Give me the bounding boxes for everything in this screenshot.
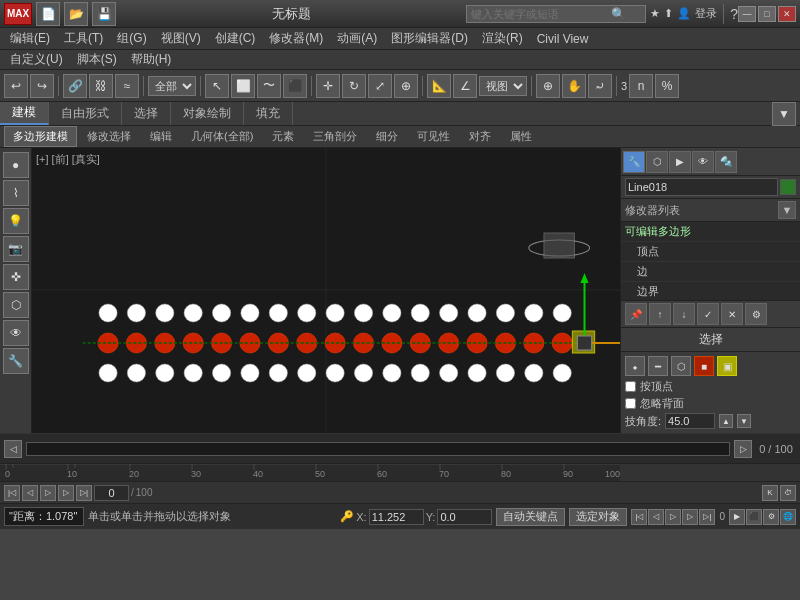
sel-edge-btn[interactable]: ━ — [648, 356, 668, 376]
mod-vertex[interactable]: 顶点 — [621, 242, 800, 262]
subtab-triangle[interactable]: 三角剖分 — [304, 126, 366, 147]
mod-move-up-btn[interactable]: ↑ — [649, 303, 671, 325]
create-shape-btn[interactable]: ⌇ — [3, 180, 29, 206]
y-input[interactable] — [437, 509, 492, 525]
menu-edit[interactable]: 编辑(E) — [4, 28, 56, 49]
subtab-properties[interactable]: 属性 — [501, 126, 541, 147]
mod-border[interactable]: 边界 — [621, 282, 800, 300]
select-btn[interactable]: ↖ — [205, 74, 229, 98]
unlink-btn[interactable]: ⛓ — [89, 74, 113, 98]
maximize-btn[interactable]: □ — [758, 6, 776, 22]
display-icon-btn[interactable]: 👁 — [692, 151, 714, 173]
angle-snap-btn[interactable]: ∠ — [453, 74, 477, 98]
mod-edge[interactable]: 边 — [621, 262, 800, 282]
render-btn[interactable]: ▶ — [729, 509, 745, 525]
create-helper-btn[interactable]: ✜ — [3, 264, 29, 290]
search-bar[interactable]: 🔍 — [466, 5, 646, 23]
playback-next-frame-btn[interactable]: ▷ — [58, 485, 74, 501]
units-btn[interactable]: n — [629, 74, 653, 98]
subtab-align[interactable]: 对齐 — [460, 126, 500, 147]
redo-btn[interactable]: ↪ — [30, 74, 54, 98]
new-file-btn[interactable]: 📄 — [36, 2, 60, 26]
minimize-btn[interactable]: — — [738, 6, 756, 22]
nav-play-btn[interactable]: ▷ — [665, 509, 681, 525]
sel-poly-btn[interactable]: ■ — [694, 356, 714, 376]
x-input[interactable] — [369, 509, 424, 525]
timeline-next-btn[interactable]: ▷ — [734, 440, 752, 458]
utilities-icon-btn[interactable]: 🔩 — [715, 151, 737, 173]
render-settings-btn[interactable]: ⚙ — [763, 509, 779, 525]
menu-modifier[interactable]: 修改器(M) — [263, 28, 329, 49]
subtab-visible[interactable]: 可见性 — [408, 126, 459, 147]
tab-freeform[interactable]: 自由形式 — [49, 102, 122, 125]
select-region-btn[interactable]: ⬜ — [231, 74, 255, 98]
ignore-backface-checkbox[interactable] — [625, 398, 636, 409]
link-btn[interactable]: 🔗 — [63, 74, 87, 98]
object-name-input[interactable] — [625, 178, 778, 196]
motion-icon-btn[interactable]: ▶ — [669, 151, 691, 173]
tab-paint[interactable]: 对象绘制 — [171, 102, 244, 125]
render-active-btn[interactable]: ⬛ — [746, 509, 762, 525]
select-obj-btn[interactable]: 选定对象 — [569, 508, 627, 526]
modifier-dropdown-btn[interactable]: ▼ — [778, 201, 796, 219]
percent-btn[interactable]: % — [655, 74, 679, 98]
menu-customize[interactable]: 自定义(U) — [4, 49, 69, 70]
sel-elem-btn[interactable]: ▣ — [717, 356, 737, 376]
create-geo-btn[interactable]: ● — [3, 152, 29, 178]
frame-ruler[interactable]: 0 10 20 30 40 50 60 70 80 90 100 — [0, 463, 800, 481]
select-lasso-btn[interactable]: 〜 — [257, 74, 281, 98]
menu-help[interactable]: 帮助(H) — [125, 49, 178, 70]
subtab-edit[interactable]: 编辑 — [141, 126, 181, 147]
mod-delete-btn[interactable]: ✕ — [721, 303, 743, 325]
subtab-subdivide[interactable]: 细分 — [367, 126, 407, 147]
subtab-geometry-all[interactable]: 几何体(全部) — [182, 126, 262, 147]
modify-icon-btn[interactable]: 🔧 — [623, 151, 645, 173]
filter-dropdown[interactable]: 全部 — [148, 76, 196, 96]
menu-group[interactable]: 组(G) — [111, 28, 152, 49]
tab-fill[interactable]: 填充 — [244, 102, 293, 125]
tab-select[interactable]: 选择 — [122, 102, 171, 125]
subtab-modify-sel[interactable]: 修改选择 — [78, 126, 140, 147]
view-dropdown[interactable]: 视图 — [479, 76, 527, 96]
mod-configure-btn[interactable]: ⚙ — [745, 303, 767, 325]
subtab-element[interactable]: 元素 — [263, 126, 303, 147]
nav-next-btn[interactable]: ▷ — [682, 509, 698, 525]
close-btn[interactable]: ✕ — [778, 6, 796, 22]
playback-start-btn[interactable]: |◁ — [4, 485, 20, 501]
select-paint-btn[interactable]: ⬛ — [283, 74, 307, 98]
frame-input[interactable] — [94, 485, 129, 501]
sel-border-btn[interactable]: ⬡ — [671, 356, 691, 376]
object-color-swatch[interactable] — [780, 179, 796, 195]
hierarchy-icon-btn[interactable]: ⬡ — [646, 151, 668, 173]
playback-play-btn[interactable]: ▷ — [40, 485, 56, 501]
orbit-btn[interactable]: ⤾ — [588, 74, 612, 98]
menu-tools[interactable]: 工具(T) — [58, 28, 109, 49]
open-file-btn[interactable]: 📂 — [64, 2, 88, 26]
viewport[interactable]: [+] [前] [真实] — [32, 148, 620, 433]
ribbon-collapse-btn[interactable]: ▼ — [772, 102, 796, 126]
utilities-btn[interactable]: 🔧 — [3, 348, 29, 374]
by-vertex-checkbox[interactable] — [625, 381, 636, 392]
timeline-progress[interactable] — [26, 442, 730, 456]
mod-show-btn[interactable]: ✓ — [697, 303, 719, 325]
scale-btn[interactable]: ⤢ — [368, 74, 392, 98]
create-camera-btn[interactable]: 📷 — [3, 236, 29, 262]
angle-up-btn[interactable]: ▲ — [719, 414, 733, 428]
mod-move-down-btn[interactable]: ↓ — [673, 303, 695, 325]
login-text[interactable]: 登录 — [695, 6, 717, 21]
menu-civil-view[interactable]: Civil View — [531, 30, 595, 48]
menu-script[interactable]: 脚本(S) — [71, 49, 123, 70]
help-icon[interactable]: ? — [730, 6, 738, 22]
angle-down-btn[interactable]: ▼ — [737, 414, 751, 428]
timeline-prev-btn[interactable]: ◁ — [4, 440, 22, 458]
save-file-btn[interactable]: 💾 — [92, 2, 116, 26]
menu-create[interactable]: 创建(C) — [209, 28, 262, 49]
auto-key-btn[interactable]: 自动关键点 — [496, 508, 565, 526]
menu-view[interactable]: 视图(V) — [155, 28, 207, 49]
menu-render[interactable]: 渲染(R) — [476, 28, 529, 49]
time-config-btn[interactable]: ⏱ — [780, 485, 796, 501]
rotate-btn[interactable]: ↻ — [342, 74, 366, 98]
mod-editable-poly[interactable]: 可编辑多边形 — [621, 222, 800, 242]
create-space-btn[interactable]: ⬡ — [3, 292, 29, 318]
pan-btn[interactable]: ✋ — [562, 74, 586, 98]
